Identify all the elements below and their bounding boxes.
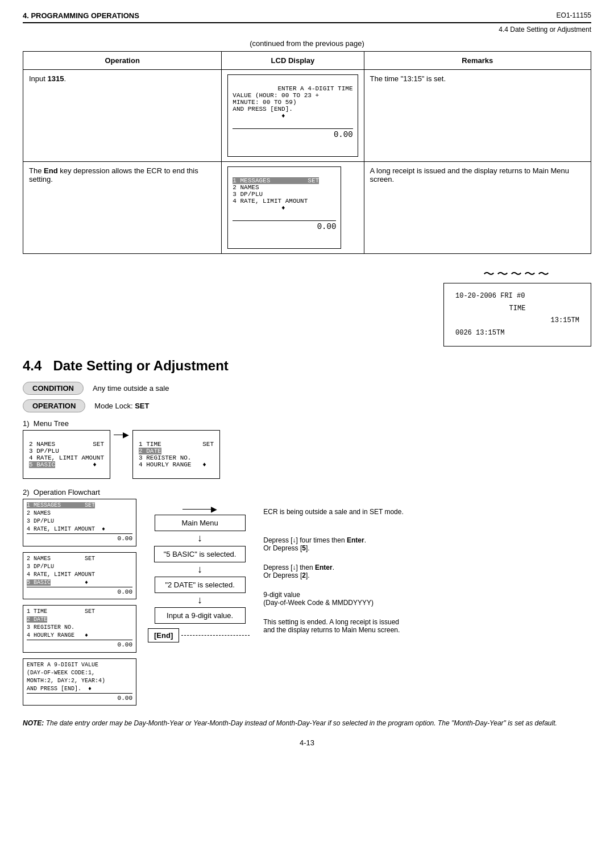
page-number: 4-13: [23, 738, 591, 747]
lcd-arrow: ♦: [278, 112, 285, 119]
end-label: [End]: [148, 628, 179, 642]
lcd-arrow: ♦: [278, 205, 285, 211]
menu-box1-line: 2 NAMES SET 3 DP/PLU 4 RATE, LIMIT AMOUN…: [29, 441, 104, 468]
lcd-cell: 1 MESSAGES SET 2 NAMES 3 DP/PLU 4 RATE, …: [222, 162, 364, 254]
condition-text: Any time outside a sale: [93, 384, 169, 393]
flowchart-section: 2) Operation Flowchart 1 MESSAGES SET 2 …: [23, 488, 591, 708]
operation-prefix: Mode Lock:: [94, 402, 135, 410]
receipt-line1: 10-20-2006 FRI #0: [455, 290, 579, 303]
continued-text: (continued from the previous page): [23, 39, 591, 48]
arrow-row-1: ▶: [182, 504, 217, 514]
menu-box2-line: 1 TIME SET 2 DATE 3 REGISTER NO. 4 HOURL…: [139, 441, 214, 468]
operation-text: The End key depression allows the ECR to…: [29, 166, 198, 183]
lcd-screen-4: ENTER A 9-DIGIT VALUE (DAY-OF-WEEK CODE:…: [23, 658, 136, 706]
operation-row: OPERATION Mode Lock: SET: [23, 399, 591, 412]
bold-end: End: [44, 166, 58, 175]
chapter-title: 4. PROGRAMMING OPERATIONS: [23, 11, 139, 20]
receipt-line4: 0026 13:15TM: [455, 327, 579, 340]
col-remarks: Remarks: [364, 52, 591, 70]
condition-badge: CONDITION: [23, 382, 84, 395]
lcd-line1: 1 MESSAGES SET 2 NAMES 3 DP/PLU 4 RATE, …: [233, 177, 319, 205]
dashed-line: [181, 635, 250, 636]
lcd-display: ENTER A 4-DIGIT TIME VALUE (HOUR: 00 TO …: [227, 74, 358, 157]
lcd-value: 0.00: [233, 128, 352, 139]
flowchart-number: 2) Operation Flowchart: [23, 488, 591, 496]
flowchart-left: 1 MESSAGES SET 2 NAMES 3 DP/PLU 4 RATE, …: [23, 499, 136, 708]
remarks-cell: A long receipt is issued and the display…: [364, 162, 591, 254]
menu-box-2: 1 TIME SET 2 DATE 3 REGISTER NO. 4 HOURL…: [132, 430, 220, 479]
flowchart-layout: 1 MESSAGES SET 2 NAMES 3 DP/PLU 4 RATE, …: [23, 499, 591, 708]
receipt-line3: 13:15TM: [455, 315, 579, 327]
input-box: Input a 9-digit value.: [155, 607, 246, 624]
operation-text: Input 1315.: [29, 74, 66, 83]
flowchart-center: ▶ Main Menu ↓ "5 BASIC" is selected. ↓ "…: [148, 499, 252, 642]
remark-2: Depress [↓] four times then Enter.Or Dep…: [263, 533, 591, 560]
section-subtitle: 4.4 Date Setting or Adjustment: [23, 26, 591, 34]
lcd-wrapper: ENTER A 4-DIGIT TIME VALUE (HOUR: 00 TO …: [227, 74, 358, 157]
flowchart-right: ECR is being outside a sale and in SET m…: [263, 499, 591, 642]
operation-cell: The End key depression allows the ECR to…: [23, 162, 222, 254]
table-row: Input 1315. ENTER A 4-DIGIT TIME VALUE (…: [23, 70, 591, 162]
col-operation: Operation: [23, 52, 222, 70]
arrow-connector: ▶: [110, 430, 132, 439]
lcd-screen-2: 2 NAMES SET 3 DP/PLU 4 RATE, LIMIT AMOUN…: [23, 552, 136, 599]
note-text: The date entry order may be Day-Month-Ye…: [46, 719, 557, 727]
remarks-cell: The time "13:15" is set.: [364, 70, 591, 162]
operation-text: Mode Lock: SET: [94, 402, 149, 410]
wavy-line: 〜〜〜〜〜: [443, 266, 591, 282]
section-title: 4.4 Date Setting or Adjustment: [23, 358, 591, 374]
down-arrow-2: ↓: [197, 562, 202, 577]
date-selected-text: "2 DATE" is selected.: [165, 581, 234, 589]
operation-bold: SET: [135, 402, 149, 410]
operation-cell: Input 1315.: [23, 70, 222, 162]
lcd-screen-1: 1 MESSAGES SET 2 NAMES 3 DP/PLU 4 RATE, …: [23, 499, 136, 546]
remark-3: Depress [↓] then Enter.Or Depress [2].: [263, 560, 591, 587]
basic-selected-box: "5 BASIC" is selected.: [154, 546, 246, 562]
menu-tree-section: 1) Menu Tree 2 NAMES SET 3 DP/PLU 4 RATE…: [23, 419, 591, 479]
receipt-line2: TIME: [455, 303, 579, 315]
lcd-wrapper: 1 MESSAGES SET 2 NAMES 3 DP/PLU 4 RATE, …: [227, 166, 358, 249]
section-number: 4.4: [23, 358, 42, 373]
note-section: NOTE: The date entry order may be Day-Mo…: [23, 719, 591, 727]
date-selected-box: "2 DATE" is selected.: [155, 577, 246, 593]
col-lcd: LCD Display: [222, 52, 364, 70]
page-header: 4. PROGRAMMING OPERATIONS EO1-11155: [23, 11, 591, 23]
table-row: The End key depression allows the ECR to…: [23, 162, 591, 254]
remark-4: 9-digit value(Day-of-Week Code & MMDDYYY…: [263, 587, 591, 615]
remark-1: ECR is being outside a sale and in SET m…: [263, 504, 591, 533]
bold-value: 1315: [48, 74, 64, 83]
note-label: NOTE:: [23, 719, 44, 727]
right-arrow: ▶: [211, 504, 217, 514]
main-table: Operation LCD Display Remarks Input 1315…: [23, 51, 591, 254]
menu-box-1: 2 NAMES SET 3 DP/PLU 4 RATE, LIMIT AMOUN…: [23, 430, 110, 479]
menu-tree-boxes: 2 NAMES SET 3 DP/PLU 4 RATE, LIMIT AMOUN…: [23, 430, 591, 479]
section-name: Date Setting or Adjustment: [53, 358, 228, 373]
lcd-lines: ENTER A 4-DIGIT TIME VALUE (HOUR: 00 TO …: [233, 85, 352, 112]
down-arrow-3: ↓: [197, 593, 202, 607]
lcd-display: 1 MESSAGES SET 2 NAMES 3 DP/PLU 4 RATE, …: [227, 166, 341, 249]
down-arrow-1: ↓: [197, 531, 202, 545]
doc-number: EO1-11155: [557, 11, 591, 19]
main-menu-box: Main Menu: [155, 515, 246, 531]
receipt-box: 〜〜〜〜〜 10-20-2006 FRI #0 TIME 13:15TM 002…: [443, 265, 591, 347]
basic-selected-text: "5 BASIC" is selected.: [164, 550, 237, 558]
lcd-screen-3: 1 TIME SET 2 DATE 3 REGISTER NO. 4 HOURL…: [23, 605, 136, 652]
lcd-value: 0.00: [233, 220, 336, 231]
condition-row: CONDITION Any time outside a sale: [23, 382, 591, 395]
end-row: [End]: [148, 628, 252, 642]
receipt-content: 10-20-2006 FRI #0 TIME 13:15TM 0026 13:1…: [443, 283, 591, 347]
remark-end: This setting is ended. A long receipt is…: [263, 615, 591, 642]
lcd-cell: ENTER A 4-DIGIT TIME VALUE (HOUR: 00 TO …: [222, 70, 364, 162]
menu-tree-number: 1) Menu Tree: [23, 419, 591, 428]
operation-badge: OPERATION: [23, 399, 85, 412]
